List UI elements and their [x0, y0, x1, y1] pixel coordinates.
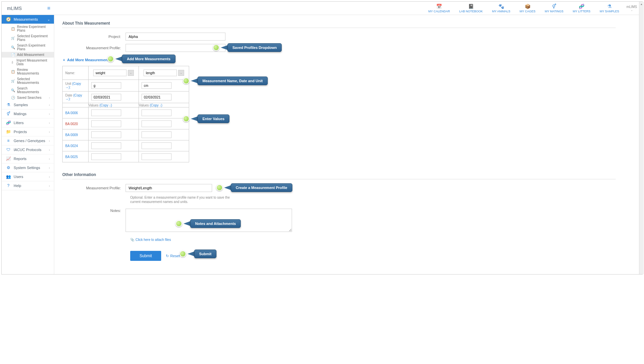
sidebar-label: Projects — [14, 130, 27, 134]
copy-values-1-link[interactable]: (Copy ↓) — [150, 103, 162, 107]
value-input-r3-c0[interactable] — [91, 142, 121, 149]
sidebar-item-measurements[interactable]: 🧭 Measurements ⌄ — [2, 15, 54, 24]
animal-id-cell[interactable]: BA 0009 — [63, 129, 89, 140]
animal-id-cell[interactable]: BA 0006 — [63, 107, 89, 118]
sidebar-label: Measurements — [14, 17, 38, 21]
col1-name-input[interactable] — [144, 70, 177, 76]
subnav-label: Search Measurements — [17, 87, 50, 94]
topnav-my-matings[interactable]: ⚥MY MATINGS — [540, 4, 568, 13]
topnav-icon: 🐾 — [498, 4, 504, 9]
topnav-label: MY CALENDAR — [428, 10, 450, 13]
value-input-r2-c0[interactable] — [91, 131, 121, 138]
topnav-label: MY LITTERS — [573, 10, 590, 13]
reset-label: Reset — [170, 254, 180, 258]
subnav-review-experiment-plans[interactable]: 📋Review Experiment Plans — [2, 24, 54, 33]
sidebar-label: Genes / Genotypes — [14, 139, 45, 143]
col1-date-input[interactable] — [142, 94, 171, 100]
value-input-r3-c1[interactable] — [142, 142, 171, 149]
sidebar-item-matings[interactable]: ⚥Matings‹ — [2, 109, 54, 118]
remove-col1-button[interactable]: - — [178, 70, 184, 76]
topnav-my-calendar[interactable]: 📅MY CALENDAR — [424, 4, 455, 13]
sidebar-rest: ⚗Samples‹⚥Matings‹🧬Litters‹📁Projects‹≡Ge… — [2, 100, 54, 190]
value-input-r1-c1[interactable] — [142, 120, 171, 127]
subnav-saved-searches[interactable]: 🕑Saved Searches‹ — [2, 95, 54, 100]
value-input-r4-c0[interactable] — [91, 153, 121, 160]
sidebar-icon: ? — [6, 183, 11, 188]
callout-name-date-unit: Measurement Name, Date and Unit — [197, 77, 268, 85]
topnav-lab-notebook[interactable]: 📓LAB NOTEBOOK — [455, 4, 487, 13]
add-more-measurements-link[interactable]: + Add More Measurements — [63, 58, 111, 62]
hamburger-icon[interactable]: ≡ — [47, 5, 50, 11]
project-input[interactable] — [126, 33, 225, 41]
topnav: 📅MY CALENDAR📓LAB NOTEBOOK🐾MY ANIMALS📦MY … — [424, 4, 642, 13]
submit-button[interactable]: Submit — [130, 251, 161, 261]
sidebar-item-system-settings[interactable]: ⚙System Settings‹ — [2, 163, 54, 172]
measurements-subnav: 📋Review Experiment Plans🛒Selected Experi… — [2, 24, 54, 100]
sidebar-item-help[interactable]: ?Help‹ — [2, 181, 54, 190]
add-more-label: Add More Measurements — [67, 58, 111, 62]
col1-unit-input[interactable] — [142, 82, 171, 89]
subnav-label: Add Measurement — [17, 53, 44, 57]
subnav-label: Selected Measurements — [17, 77, 50, 85]
subnav-search-experiment-plans[interactable]: 🔍Search Experiment Plans — [2, 43, 54, 52]
app-name: mLIMS — [7, 6, 22, 11]
user-menu[interactable]: mLIMS⌄ — [624, 5, 637, 12]
date-header: Date (Copy →): — [63, 91, 89, 103]
other-title: Other Information — [62, 172, 616, 179]
plus-icon: + — [63, 58, 65, 62]
col0-date-input[interactable] — [91, 94, 121, 100]
subnav-review-measurements[interactable]: 📋Review Measurements — [2, 67, 54, 76]
sidebar-item-samples[interactable]: ⚗Samples‹ — [2, 100, 54, 109]
callout-saved-profiles: Saved Profiles Dropdown — [227, 43, 282, 52]
topnav-my-litters[interactable]: 🧬MY LITTERS — [568, 4, 595, 13]
chevron-left-icon: ‹ — [49, 157, 50, 161]
value-input-r0-c0[interactable] — [91, 109, 121, 116]
subnav-import-measurement-data[interactable]: ⇩Import Measurement Data — [2, 58, 54, 67]
sidebar-item-users[interactable]: 👥Users‹ — [2, 172, 54, 181]
animal-id-cell[interactable]: BA 0020 — [63, 118, 89, 129]
subnav-add-measurement[interactable]: 📄Add Measurement — [2, 52, 54, 58]
sidebar-icon: 📁 — [6, 129, 11, 134]
topnav-label: MY SAMPLES — [600, 10, 619, 13]
user-label: mLIMS — [626, 5, 637, 9]
col0-unit-input[interactable] — [91, 82, 121, 89]
chevron-left-icon: ‹ — [49, 112, 50, 116]
paperclip-icon: 📎 — [130, 238, 134, 242]
animal-id-cell[interactable]: BA 0025 — [63, 151, 89, 162]
topnav-my-cages[interactable]: 📦MY CAGES — [515, 4, 540, 13]
other-profile-input[interactable] — [126, 184, 212, 192]
sidebar-item-reports[interactable]: 📈Reports‹ — [2, 154, 54, 163]
reset-link[interactable]: ↻ Reset — [166, 254, 180, 258]
subnav-icon: 🛒 — [11, 36, 15, 40]
chevron-left-icon: ‹ — [49, 96, 50, 99]
attach-label: Click here to attach files — [136, 238, 171, 242]
sidebar-icon: ≡ — [6, 138, 11, 143]
sidebar-item-iacuc-protocols[interactable]: 🛡IACUC Protocols‹ — [2, 145, 54, 154]
notes-textarea[interactable] — [126, 209, 292, 232]
value-input-r0-c1[interactable] — [142, 109, 171, 116]
sidebar-item-litters[interactable]: 🧬Litters‹ — [2, 118, 54, 127]
subnav-selected-experiment-plans[interactable]: 🛒Selected Experiment Plans — [2, 33, 54, 43]
copy-values-0-link[interactable]: (Copy ↓) — [100, 103, 112, 107]
subnav-selected-measurements[interactable]: 🛒Selected Measurements — [2, 76, 54, 86]
sidebar-label: Matings — [14, 112, 27, 116]
subnav-search-measurements[interactable]: 🔍Search Measurements — [2, 86, 54, 95]
callout-add-more: Add More Measurements — [122, 55, 175, 63]
topnav-my-animals[interactable]: 🐾MY ANIMALS — [487, 4, 515, 13]
value-input-r2-c1[interactable] — [142, 131, 171, 138]
topnav-label: LAB NOTEBOOK — [459, 10, 483, 13]
col0-name-input[interactable] — [93, 70, 127, 76]
animal-id-cell[interactable]: BA 0024 — [63, 140, 89, 151]
measurement-table: Name: - - Unit (Copy →): — [62, 66, 189, 162]
sidebar-item-projects[interactable]: 📁Projects‹ — [2, 127, 54, 136]
remove-col0-button[interactable]: - — [128, 70, 134, 76]
subnav-icon: 📋 — [11, 70, 15, 74]
empty-header — [63, 103, 89, 107]
chevron-left-icon: ‹ — [49, 139, 50, 143]
topnav-my-samples[interactable]: ⚗MY SAMPLES — [595, 4, 624, 13]
sidebar-item-genes-genotypes[interactable]: ≡Genes / Genotypes‹ — [2, 136, 54, 145]
attach-files-link[interactable]: 📎 Click here to attach files — [130, 238, 171, 242]
profile-dropdown[interactable] — [126, 44, 225, 52]
value-input-r4-c1[interactable] — [142, 153, 171, 160]
value-input-r1-c0[interactable] — [91, 120, 121, 127]
